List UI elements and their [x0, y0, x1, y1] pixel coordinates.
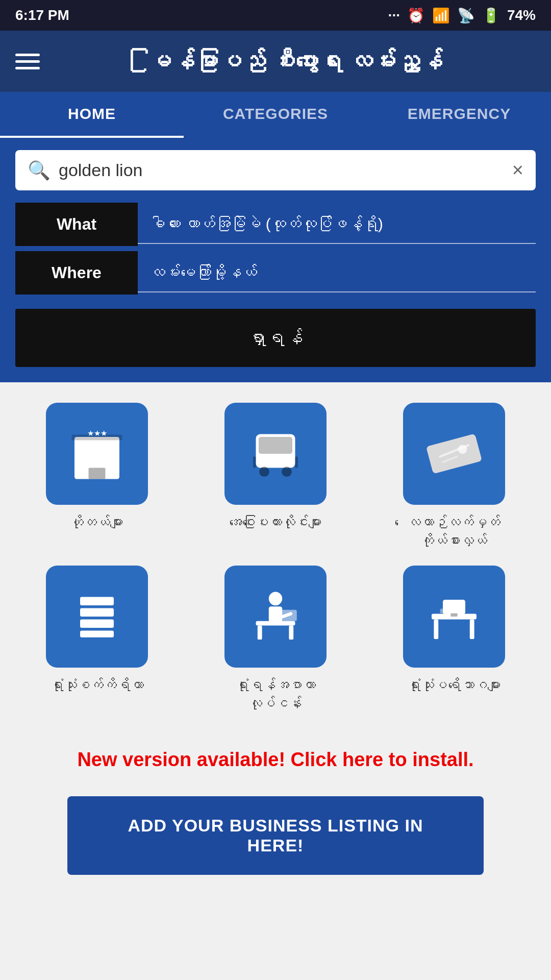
svg-rect-17 — [279, 458, 293, 464]
svg-point-30 — [269, 592, 282, 605]
category-office-supplies-label: ရုံးသုံးစက်ကိရိယာ — [50, 676, 144, 694]
svg-rect-8 — [107, 458, 115, 465]
ticket-icon — [426, 426, 482, 482]
svg-rect-27 — [86, 599, 106, 602]
signal-icon: 📡 — [457, 7, 475, 24]
svg-rect-47 — [456, 605, 459, 611]
tab-emergency[interactable]: EMERGENCY — [367, 92, 551, 138]
svg-rect-42 — [450, 613, 457, 617]
svg-rect-26 — [80, 630, 114, 637]
wifi-icon: 📶 — [432, 7, 450, 24]
category-office-supplies[interactable]: ရုံးသုံးစက်ကိရိယာ — [15, 566, 179, 713]
search-bar: 🔍 × — [15, 150, 536, 190]
what-filter-row: What — [15, 203, 536, 246]
svg-rect-7 — [93, 458, 101, 465]
svg-rect-40 — [470, 619, 474, 639]
what-label: What — [15, 203, 138, 246]
app-title: မြန်မာပြည် စီးပွားရေး လမ်းညွှန် — [55, 47, 536, 75]
office-furniture-icon — [426, 589, 482, 645]
svg-rect-6 — [79, 458, 87, 465]
svg-rect-4 — [93, 446, 101, 453]
clear-icon[interactable]: × — [512, 159, 523, 181]
category-bus-icon-box — [224, 403, 327, 505]
svg-rect-16 — [259, 458, 273, 464]
category-tickets-label: လေယာဉ်လက်မှတ် ကိုယ်စားလှယ် — [398, 513, 510, 550]
bus-icon — [247, 426, 304, 482]
svg-point-22 — [458, 445, 467, 454]
office-supplies-icon — [69, 589, 125, 645]
svg-rect-14 — [253, 457, 256, 468]
office-services-icon — [247, 589, 304, 645]
svg-rect-11 — [259, 437, 292, 454]
where-label: Where — [15, 251, 138, 295]
tab-categories[interactable]: CATEGORIES — [184, 92, 367, 138]
category-tickets[interactable]: လေယာဉ်လက်မှတ် ကိုယ်စားလှယ် — [372, 403, 536, 550]
category-office-services-label: ရုံးရန်အဂာတာလုပ်ငန်း — [219, 676, 332, 713]
svg-rect-3 — [79, 446, 87, 453]
category-office-supplies-icon-box — [46, 566, 148, 668]
battery-icon: 🔋 — [482, 7, 500, 24]
status-bar: 6:17 PM ··· ⏰ 📶 📡 🔋 74% — [0, 0, 551, 31]
category-office-furniture-label: ရုံးသုံးပရိဘောဂများ — [407, 676, 501, 694]
svg-text:★★★: ★★★ — [87, 429, 107, 437]
svg-point-13 — [282, 467, 292, 477]
tab-bar: HOME CATEGORIES EMERGENCY — [0, 92, 551, 138]
search-icon: 🔍 — [28, 160, 51, 181]
svg-rect-19 — [426, 434, 482, 474]
svg-rect-5 — [107, 446, 115, 453]
svg-rect-34 — [289, 625, 293, 640]
svg-rect-28 — [86, 610, 106, 614]
category-office-services[interactable]: ရုံးရန်အဂာတာလုပ်ငန်း — [194, 566, 357, 713]
svg-rect-33 — [258, 625, 262, 640]
category-hotels-icon-box: ★★★ — [46, 403, 148, 505]
category-bus-label: အဝေးပြေးကားလိုင်းများ — [229, 513, 322, 531]
category-tickets-icon-box — [403, 403, 505, 505]
svg-rect-15 — [295, 457, 298, 468]
category-bus[interactable]: အဝေးပြေးကားလိုင်းများ — [194, 403, 357, 550]
battery-level: 74% — [507, 7, 536, 23]
svg-rect-29 — [86, 622, 106, 625]
categories-section: ★★★ ဟိုတယ်များ — [0, 382, 551, 926]
status-time: 6:17 PM — [15, 7, 69, 23]
svg-rect-46 — [452, 604, 455, 611]
status-icons: ··· ⏰ 📶 📡 🔋 74% — [388, 7, 536, 24]
category-hotels[interactable]: ★★★ ဟိုတယ်များ — [15, 403, 179, 550]
search-input[interactable] — [59, 160, 504, 180]
svg-rect-36 — [287, 621, 291, 624]
svg-rect-39 — [434, 619, 438, 639]
svg-rect-45 — [447, 606, 450, 611]
tab-home[interactable]: HOME — [0, 92, 184, 138]
categories-grid: ★★★ ဟိုတယ်များ — [15, 403, 536, 713]
category-office-furniture[interactable]: ရုံးသုံးပရိဘောဂများ — [372, 566, 536, 713]
category-office-furniture-icon-box — [403, 566, 505, 668]
toolbar: မြန်မာပြည် စီးပွားရေး လမ်းညွှန် — [0, 31, 551, 92]
search-button[interactable]: ရှာရန် — [15, 309, 536, 367]
search-section: 🔍 × What Where ရှာရန် — [0, 138, 551, 382]
add-business-button[interactable]: ADD YOUR BUSINESS LISTING IN HERE! — [67, 796, 484, 875]
svg-rect-31 — [269, 606, 282, 622]
category-office-services-icon-box — [224, 566, 327, 668]
alarm-icon: ⏰ — [407, 7, 425, 24]
svg-point-12 — [259, 467, 269, 477]
what-input[interactable] — [138, 205, 536, 244]
where-input[interactable] — [138, 254, 536, 292]
where-filter-row: Where — [15, 251, 536, 295]
signal-dots: ··· — [388, 7, 400, 23]
hotel-icon: ★★★ — [69, 426, 125, 482]
menu-button[interactable] — [15, 54, 40, 69]
update-banner[interactable]: New version available! Click here to ins… — [15, 739, 536, 781]
category-hotels-label: ဟိုတယ်များ — [70, 513, 123, 531]
svg-rect-9 — [89, 468, 106, 479]
